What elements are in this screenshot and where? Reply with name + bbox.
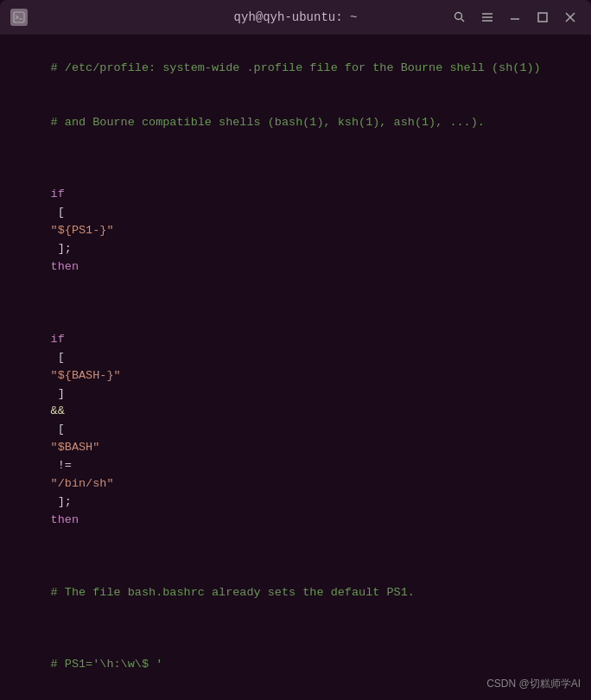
menu-button[interactable] — [477, 7, 498, 28]
code-line: if [ "${BASH-}" ] && [ "$BASH" != "/bin/… — [9, 295, 582, 548]
svg-line-3 — [461, 19, 464, 22]
terminal-icon — [10, 9, 28, 26]
code-line: # The file bash.bashrc already sets the … — [9, 548, 582, 620]
code-line — [9, 150, 582, 169]
terminal-window: qyh@qyh-ubuntu: ~ — [0, 0, 591, 700]
terminal-body: # /etc/profile: system-wide .profile fil… — [0, 35, 591, 700]
titlebar-left — [10, 9, 28, 26]
code-line: # and Bourne compatible shells (bash(1),… — [9, 96, 582, 150]
watermark: CSDN @切糕师学AI — [486, 677, 581, 691]
maximize-button[interactable] — [532, 7, 553, 28]
code-line: # /etc/profile: system-wide .profile fil… — [9, 41, 582, 96]
comment-text: # /etc/profile: system-wide .profile fil… — [51, 61, 541, 74]
close-button[interactable] — [560, 7, 581, 28]
search-button[interactable] — [449, 7, 470, 28]
code-line: if [ -f /etc/bash.bashrc ]; then — [9, 692, 582, 700]
titlebar-title: qyh@qyh-ubuntu: ~ — [234, 10, 358, 24]
svg-rect-8 — [538, 13, 547, 22]
comment-text: # and Bourne compatible shells (bash(1),… — [51, 116, 485, 129]
code-line: if [ "${PS1-}" ]; then — [9, 168, 582, 294]
titlebar: qyh@qyh-ubuntu: ~ — [0, 0, 591, 35]
svg-point-2 — [455, 13, 462, 20]
minimize-button[interactable] — [505, 7, 525, 28]
titlebar-controls — [449, 7, 581, 28]
